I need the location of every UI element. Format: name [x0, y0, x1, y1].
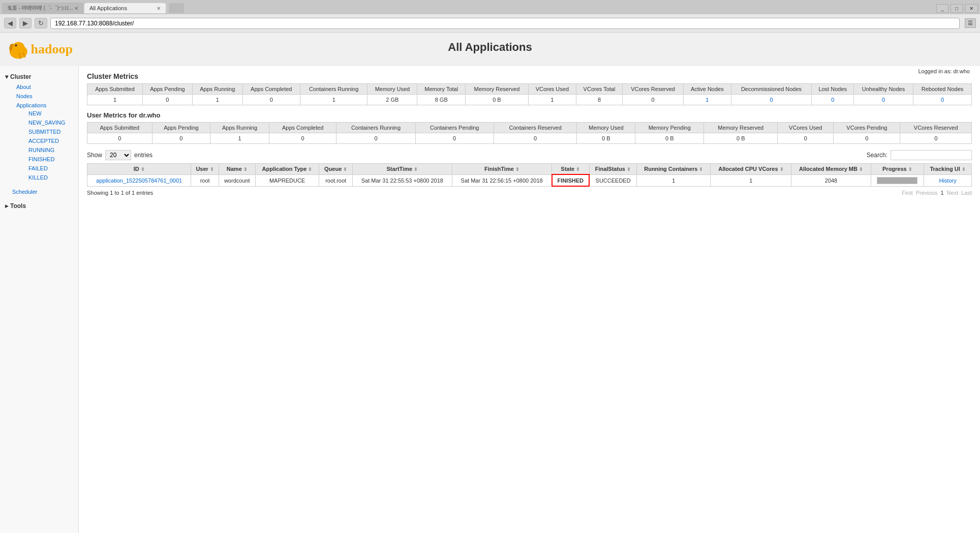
- browser-menu-icon[interactable]: ☰: [965, 18, 976, 28]
- cluster-metric-header: Containers Running: [300, 84, 367, 95]
- cluster-metric-link[interactable]: 0: [831, 97, 834, 103]
- show-entries-select[interactable]: 20 50 100: [105, 150, 131, 160]
- app-id-link[interactable]: application_1522505784761_0001: [96, 177, 182, 184]
- sidebar-item-killed: KILLED: [20, 173, 66, 182]
- pagination-previous[interactable]: Previous: [916, 190, 938, 196]
- app-table-cell: root: [191, 174, 219, 186]
- sidebar-item-nodes[interactable]: Nodes: [16, 93, 33, 99]
- applications-table: ID ⇕User ⇕Name ⇕Application Type ⇕Queue …: [87, 163, 972, 187]
- cluster-metric-header: VCores Used: [528, 84, 576, 95]
- user-metric-value: 1: [210, 133, 269, 144]
- back-button[interactable]: ◀: [4, 18, 16, 28]
- hadoop-text-logo: hadoop: [31, 42, 73, 57]
- sidebar-link-new[interactable]: NEW: [28, 110, 42, 116]
- refresh-button[interactable]: ↻: [35, 18, 47, 28]
- entries-label: entries: [134, 152, 152, 159]
- cluster-metric-link[interactable]: 0: [941, 97, 944, 103]
- tab-active-close[interactable]: ✕: [157, 6, 161, 11]
- sidebar-link-running[interactable]: RUNNING: [28, 147, 54, 153]
- table-row: application_1522505784761_0001rootwordco…: [87, 174, 972, 186]
- sidebar-item-scheduler[interactable]: Scheduler: [12, 189, 38, 195]
- pagination-next[interactable]: Next: [947, 190, 959, 196]
- sidebar-link-finished[interactable]: FINISHED: [28, 156, 54, 162]
- sidebar-link-new_saving[interactable]: NEW_SAVING: [28, 120, 66, 126]
- tab-inactive[interactable]: 鬼畜 - 哔哩哔哩 (゜-゜)つロ... ✕: [2, 3, 83, 14]
- minimize-button[interactable]: _: [936, 4, 948, 13]
- close-button[interactable]: ✕: [965, 4, 978, 13]
- app-table-header[interactable]: StartTime ⇕: [352, 164, 452, 175]
- cluster-metric-header: Memory Used: [368, 84, 417, 95]
- cluster-metrics-table: Apps SubmittedApps PendingApps RunningAp…: [87, 83, 972, 105]
- pagination-current: 1: [940, 190, 943, 196]
- cluster-metric-header: Memory Total: [417, 84, 466, 95]
- table-showing-label: Showing 1 to 1 of 1 entries: [87, 190, 153, 196]
- app-table-header[interactable]: Allocated Memory MB ⇕: [791, 164, 871, 175]
- tab-active[interactable]: All Applications ✕: [84, 3, 166, 13]
- app-table-header[interactable]: FinishTime ⇕: [452, 164, 552, 175]
- cluster-metric-value: 0: [913, 95, 972, 105]
- app-table-cell: 2048: [791, 174, 871, 186]
- app-table-cell: Sat Mar 31 22:55:53 +0800 2018: [352, 174, 452, 186]
- sidebar-item-finished: FINISHED: [20, 155, 66, 164]
- tracking-ui-link[interactable]: History: [939, 177, 956, 184]
- sidebar: ▾ Cluster About Nodes Applications NEWNE…: [0, 66, 79, 533]
- app-table-header[interactable]: State ⇕: [552, 164, 589, 175]
- app-table-header[interactable]: ID ⇕: [87, 164, 191, 175]
- sort-icon: ⇕: [627, 167, 631, 172]
- app-table-header[interactable]: Queue ⇕: [319, 164, 353, 175]
- cluster-metric-value: 0: [142, 95, 192, 105]
- svg-point-1: [13, 42, 24, 51]
- cluster-metric-value: 0 B: [466, 95, 529, 105]
- maximize-button[interactable]: □: [951, 4, 963, 13]
- user-metric-header: Apps Completed: [269, 123, 336, 133]
- address-bar[interactable]: [50, 18, 960, 29]
- cluster-metric-link[interactable]: 1: [706, 97, 709, 103]
- cluster-metric-link[interactable]: 0: [882, 97, 885, 103]
- app-table-header[interactable]: Allocated CPU VCores ⇕: [711, 164, 791, 175]
- sort-icon: ⇕: [243, 167, 248, 172]
- cluster-metric-value: 0: [242, 95, 300, 105]
- page-title: All Applications: [79, 41, 901, 54]
- cluster-metric-header: Decommissioned Nodes: [731, 84, 812, 95]
- cluster-metric-header: Unhealthy Nodes: [853, 84, 913, 95]
- cluster-metric-header: Rebooted Nodes: [913, 84, 972, 95]
- sidebar-item-about[interactable]: About: [16, 84, 31, 90]
- cluster-metric-value: 1: [528, 95, 576, 105]
- user-metrics-title: User Metrics for dr.who: [87, 111, 972, 119]
- app-table-header[interactable]: FinalStatus ⇕: [589, 164, 637, 175]
- app-table-header[interactable]: Running Containers ⇕: [637, 164, 711, 175]
- sort-icon: ⇕: [414, 167, 418, 172]
- app-table-cell: [871, 174, 924, 186]
- new-tab-button[interactable]: [169, 3, 184, 13]
- sort-icon: ⇕: [210, 167, 214, 172]
- tab-inactive-close[interactable]: ✕: [74, 6, 78, 11]
- logged-in-label: Logged in as: dr.who: [918, 68, 970, 74]
- logo-area: hadoop: [0, 33, 79, 66]
- sidebar-link-killed[interactable]: KILLED: [28, 174, 48, 181]
- sidebar-tools-section[interactable]: ▸ Tools: [4, 200, 74, 212]
- app-table-header[interactable]: Name ⇕: [219, 164, 255, 175]
- app-table-header[interactable]: User ⇕: [191, 164, 219, 175]
- app-table-cell: application_1522505784761_0001: [87, 174, 191, 186]
- user-metric-header: VCores Reserved: [900, 123, 972, 133]
- sidebar-link-submitted[interactable]: SUBMITTED: [28, 129, 61, 135]
- cluster-metric-link[interactable]: 0: [770, 97, 773, 103]
- sidebar-item-applications[interactable]: Applications: [16, 102, 46, 108]
- pagination-first[interactable]: First: [902, 190, 912, 196]
- user-metric-value: 0 B: [635, 133, 704, 144]
- sort-icon: ⇕: [908, 167, 912, 172]
- sort-icon: ⇕: [515, 167, 519, 172]
- sidebar-link-accepted[interactable]: ACCEPTED: [28, 138, 59, 144]
- sidebar-cluster-section[interactable]: ▾ Cluster: [4, 71, 74, 82]
- search-input[interactable]: [891, 150, 972, 160]
- sidebar-link-failed[interactable]: FAILED: [28, 165, 48, 171]
- app-table-cell: 1: [637, 174, 711, 186]
- app-table-header[interactable]: Application Type ⇕: [255, 164, 319, 175]
- hadoop-logo-icon: [6, 37, 31, 62]
- pagination-last[interactable]: Last: [961, 190, 972, 196]
- app-table-header[interactable]: Tracking UI ⇕: [924, 164, 972, 175]
- sort-icon: ⇕: [699, 167, 703, 172]
- app-table-header[interactable]: Progress ⇕: [871, 164, 924, 175]
- forward-button[interactable]: ▶: [19, 18, 32, 28]
- user-metric-header: VCores Used: [778, 123, 834, 133]
